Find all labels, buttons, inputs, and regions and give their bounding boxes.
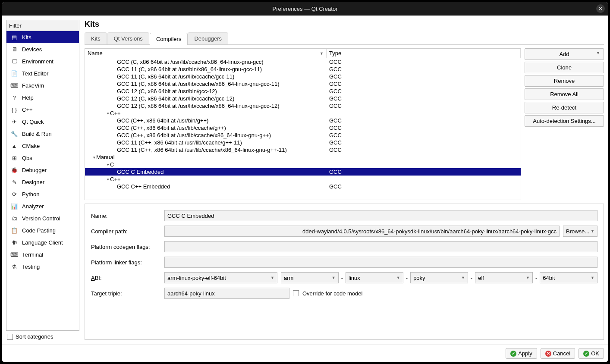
remove-all-button[interactable]: Remove All (525, 88, 604, 100)
text-icon: 📄 (11, 70, 18, 77)
tab-debuggers[interactable]: Debuggers (188, 32, 228, 44)
tree-row-name: GCC 11 (C++, x86 64bit at /usr/lib/ccach… (117, 147, 287, 153)
browse-button[interactable]: Browse...▼ (563, 226, 597, 237)
tree-row-type: GCC (327, 73, 521, 80)
col-header-type[interactable]: Type (327, 49, 521, 58)
abi-part-3-combo[interactable]: elf▼ (475, 272, 533, 283)
tree-row[interactable]: ▾C++ (85, 176, 521, 183)
tree-row[interactable]: GCC C EmbeddedGCC (85, 168, 521, 176)
abi-part-0-combo[interactable]: arm▼ (281, 272, 339, 283)
sidebar-item-testing[interactable]: ⚗Testing (6, 260, 79, 273)
name-input[interactable]: GCC C Embedded (164, 210, 597, 221)
tree-row[interactable]: GCC 11 (C, x86 64bit at /usr/bin/x86_64-… (85, 66, 521, 73)
col-header-name[interactable]: Name▼ (85, 49, 327, 58)
tree-row[interactable]: GCC 12 (C, x86 64bit at /usr/lib/ccache/… (85, 95, 521, 102)
tree-row-type: GCC (327, 103, 521, 109)
clone-button[interactable]: Clone (525, 62, 604, 73)
sidebar-item-devices[interactable]: 🖥Devices (6, 43, 79, 55)
sidebar-item-python[interactable]: ⟳Python (6, 188, 79, 200)
tree-row-type: GCC (327, 169, 521, 175)
tree-row-name: GCC C Embedded (117, 169, 164, 175)
sidebar-item-version-control[interactable]: 🗂Version Control (6, 212, 79, 224)
sidebar-item-analyzer[interactable]: 📊Analyzer (6, 200, 79, 212)
sidebar-item-cmake[interactable]: ▲CMake (6, 140, 79, 152)
tree-row[interactable]: ▾C++ (85, 110, 521, 117)
abi-part-4-combo[interactable]: 64bit▼ (540, 272, 597, 283)
sidebar-item-text-editor[interactable]: 📄Text Editor (6, 67, 79, 79)
tree-row-name: GCC 11 (C++, x86 64bit at /usr/lib/ccach… (117, 139, 242, 146)
sidebar-item-language-client[interactable]: 🗣Language Client (6, 236, 79, 248)
tab-qt-versions[interactable]: Qt Versions (107, 32, 149, 44)
expander-icon[interactable]: ▾ (106, 177, 110, 182)
tree-row[interactable]: GCC (C, x86 64bit at /usr/lib/ccache/x86… (85, 58, 521, 66)
add-button[interactable]: Add▼ (525, 48, 604, 60)
sidebar-item-qbs[interactable]: ⊞Qbs (6, 152, 79, 164)
tab-kits[interactable]: Kits (85, 32, 107, 44)
linker-input[interactable] (164, 257, 597, 268)
sort-checkbox[interactable] (7, 334, 13, 340)
tree-row[interactable]: GCC C++ EmbeddedGCC (85, 183, 521, 190)
expander-icon[interactable]: ▾ (92, 155, 96, 160)
tree-row-name: GCC 11 (C, x86 64bit at /usr/lib/ccache/… (117, 81, 279, 87)
override-checkbox[interactable] (293, 290, 299, 296)
tree-row[interactable]: GCC 11 (C, x86 64bit at /usr/lib/ccache/… (85, 73, 521, 80)
sidebar-item-label: Qbs (22, 155, 32, 161)
ok-button[interactable]: ✓OK (579, 348, 604, 359)
expander-icon[interactable]: ▾ (106, 163, 110, 167)
chevron-down-icon: ▼ (396, 276, 400, 280)
sidebar-item-environment[interactable]: 🖵Environment (6, 55, 79, 67)
sidebar-item-qt-quick[interactable]: ✈Qt Quick (6, 116, 79, 128)
abi-part-2-combo[interactable]: poky▼ (410, 272, 468, 283)
tree-row[interactable]: GCC 11 (C++, x86 64bit at /usr/lib/ccach… (85, 146, 521, 154)
tabs: KitsQt VersionsCompilersDebuggers (85, 32, 604, 45)
sidebar-item-build-run[interactable]: 🔧Build & Run (6, 128, 79, 140)
tree-row[interactable]: GCC 11 (C++, x86 64bit at /usr/lib/ccach… (85, 139, 521, 146)
testing-icon: ⚗ (11, 263, 18, 270)
sidebar-item-designer[interactable]: ✎Designer (6, 176, 79, 188)
filter-input[interactable]: Filter (6, 20, 79, 31)
close-button[interactable]: ✕ (596, 4, 605, 13)
sidebar-item-c-[interactable]: { }C++ (6, 104, 79, 116)
tree-scroll[interactable]: GCC (C, x86 64bit at /usr/lib/ccache/x86… (85, 58, 521, 200)
sidebar-item-kits[interactable]: ▤Kits (6, 31, 79, 43)
codegen-input[interactable] (164, 241, 597, 252)
debugger-icon: 🐞 (11, 166, 18, 173)
tree-row[interactable]: GCC 12 (C, x86 64bit at /usr/bin/gcc-12)… (85, 88, 521, 95)
compiler-path-input[interactable]: dded-wayland/4.0.5/sysroots/x86_64-pokys… (164, 226, 560, 237)
remove-button[interactable]: Remove (525, 75, 604, 87)
sidebar-item-terminal[interactable]: ⌨Terminal (6, 248, 79, 260)
cancel-icon: ✕ (545, 351, 551, 357)
tree-row[interactable]: GCC 11 (C, x86 64bit at /usr/lib/ccache/… (85, 80, 521, 88)
tree-row[interactable]: GCC 12 (C, x86 64bit at /usr/lib/ccache/… (85, 102, 521, 110)
tree-row[interactable]: GCC (C++, x86 64bit at /usr/lib/ccache/x… (85, 132, 521, 139)
abi-combo[interactable]: arm-linux-poky-elf-64bit▼ (164, 272, 277, 283)
auto-detection-settings-button[interactable]: Auto-detection Settings... (525, 115, 604, 127)
tree-row[interactable]: ▾Manual (85, 154, 521, 161)
apply-button[interactable]: ✓Apply (506, 348, 537, 359)
tree-row[interactable]: GCC (C++, x86 64bit at /usr/lib/ccache/g… (85, 124, 521, 132)
check-icon: ✓ (510, 351, 516, 357)
sidebar-item-fakevim[interactable]: ⌨FakeVim (6, 79, 79, 91)
qtquick-icon: ✈ (11, 118, 18, 125)
tree-row[interactable]: GCC (C++, x86 64bit at /usr/bin/g++)GCC (85, 117, 521, 124)
sidebar-item-debugger[interactable]: 🐞Debugger (6, 164, 79, 176)
tree-row-name: GCC (C++, x86 64bit at /usr/lib/ccache/x… (117, 132, 271, 138)
chevron-down-icon: ▼ (596, 51, 600, 55)
target-input[interactable]: aarch64-poky-linux (164, 288, 289, 299)
compiler-tree: Name▼ Type GCC (C, x86 64bit at /usr/lib… (85, 48, 521, 200)
tab-compilers[interactable]: Compilers (150, 33, 188, 45)
sidebar-item-label: C++ (22, 107, 33, 113)
re-detect-button[interactable]: Re-detect (525, 102, 604, 113)
chevron-down-icon: ▼ (461, 276, 465, 280)
devices-icon: 🖥 (11, 46, 18, 53)
sidebar-item-code-pasting[interactable]: 📋Code Pasting (6, 224, 79, 236)
abi-part-1-combo[interactable]: linux▼ (346, 272, 403, 283)
sidebar-item-label: Version Control (22, 215, 60, 222)
expander-icon[interactable]: ▾ (106, 111, 110, 116)
sidebar-item-label: Build & Run (22, 131, 52, 137)
sidebar-item-help[interactable]: ?Help (6, 91, 79, 104)
tree-row[interactable]: ▾C (85, 161, 521, 168)
sort-row[interactable]: Sort categories (6, 331, 79, 340)
tree-row-name: GCC 11 (C, x86 64bit at /usr/bin/x86_64-… (117, 66, 262, 72)
cancel-button[interactable]: ✕Cancel (541, 348, 575, 359)
